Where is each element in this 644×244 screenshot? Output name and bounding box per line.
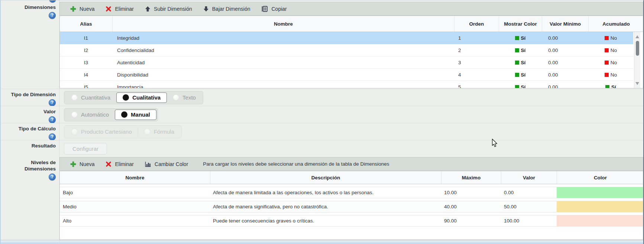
niveles-section-label: Niveles de Dimensiones ? [1,159,59,180]
red-square-icon [605,36,609,40]
dimensiones-toolbar: Nueva Eliminar Subir Dimensión Bajar Dim… [59,2,643,16]
red-square-icon [605,61,609,65]
help-icon[interactable]: ? [49,173,56,180]
table-row[interactable]: I1 Integridad 1 Sí 0.00 No [60,32,633,44]
color-swatch[interactable] [557,201,643,212]
table-row[interactable]: Alto Puede tener consecuencias graves o … [60,215,643,227]
green-square-icon [515,48,519,52]
plus-icon [70,161,76,167]
dimensiones-section-label: Dimensiones ? [1,4,59,19]
label-column-divider [59,0,59,244]
scrollbar-thumb[interactable] [636,41,639,56]
green-square-icon [605,85,609,89]
valor-row: Valor ? Automático Manual [1,106,644,123]
arrow-up-icon [145,6,151,12]
resultado-row: Resultado Configurar [1,140,644,157]
green-square-icon [515,73,519,77]
copiar-button[interactable]: Copiar [257,2,291,15]
col-header-descripcion[interactable]: Descripción [210,171,441,184]
niveles-table-header: Nombre Descripción Máximo Valor Color [59,171,643,184]
col-header-valor-minimo[interactable]: Valor Mínimo [542,16,588,32]
configurar-button: Configurar [64,143,107,154]
col-header-mostrar-color[interactable]: Mostrar Color [499,16,542,32]
help-icon[interactable]: ? [49,12,56,19]
radio-circle-icon [71,111,78,118]
section-title: Dimensiones [1,4,56,10]
radio-circle-icon [71,128,78,135]
table-row[interactable]: I2 Confidencialidad 2 Sí 0.00 No [60,44,633,56]
mouse-cursor [491,139,498,147]
valor-radio-group: Automático Manual [64,108,158,121]
delete-x-icon [106,6,111,12]
bajar-dimension-button[interactable]: Bajar Dimensión [199,2,255,15]
col-header-nombre[interactable]: Nombre [112,16,454,32]
vertical-scrollbar[interactable] [634,32,640,88]
col-header-alias[interactable]: Alias [60,16,112,32]
col-header-nombre[interactable]: Nombre [60,171,210,184]
radio-circle-icon [144,128,151,135]
tipo-dimension-radio-group: Cuantitativa Cualitativa Texto [64,91,203,104]
delete-x-icon [106,161,111,167]
help-icon[interactable] [49,0,56,3]
copy-icon [261,6,268,12]
table-row[interactable]: I3 Autenticidad 3 Sí 0.00 No [60,56,633,69]
niveles-toolbar: Nueva Eliminar Cambiar Color Para cargar… [59,157,643,171]
help-icon[interactable]: ? [49,99,56,106]
resultado-label: Resultado [1,140,59,149]
radio-circle-icon [121,111,127,118]
radio-cualitativa[interactable]: Cualitativa [116,92,167,103]
valor-label: Valor ? [1,106,59,123]
help-icon[interactable]: ? [49,133,56,140]
tipo-calculo-radio-group: Producto Cartesiano Fórmula [64,125,182,139]
tipo-dimension-row: Tipo de Dimensión ? Cuantitativa Cualita… [1,89,644,106]
nueva-button[interactable]: Nueva [66,157,99,170]
eliminar-button[interactable]: Eliminar [101,157,138,170]
green-square-icon [515,36,519,40]
color-swatch[interactable] [557,187,643,198]
radio-circle-icon [71,94,78,101]
radio-producto-cartesiano: Producto Cartesiano [65,127,138,137]
color-swatch[interactable] [557,215,643,226]
dimensiones-table-body: I1 Integridad 1 Sí 0.00 No I2 Confidenci… [59,32,643,88]
table-row[interactable]: Bajo Afecta de manera limitada a las ope… [60,187,643,198]
cambiar-color-button[interactable]: Cambiar Color [140,157,192,170]
tipo-dimension-label: Tipo de Dimensión ? [1,89,59,106]
col-header-orden[interactable]: Orden [454,16,499,32]
table-row[interactable]: I5 Importancia 5 Sí 0.00 Sí [60,81,633,88]
bottom-edge-strip [1,240,644,244]
radio-automatico[interactable]: Automático [65,110,115,120]
radio-manual[interactable]: Manual [115,110,156,120]
plus-icon [70,6,76,12]
table-row[interactable]: Medio Afecta de manera significativa, pe… [60,201,643,212]
red-square-icon [605,48,609,52]
col-header-maximo[interactable]: Máximo [441,171,501,184]
col-header-acumulado[interactable]: Acumulado [588,16,644,32]
radio-texto[interactable]: Texto [167,92,202,103]
radio-formula: Fórmula [138,127,180,137]
col-header-color[interactable]: Color [557,171,644,184]
radio-circle-icon [173,94,179,101]
niveles-table-body: Bajo Afecta de manera limitada a las ope… [59,184,643,240]
help-icon[interactable]: ? [49,116,56,123]
nueva-button[interactable]: Nueva [66,2,99,15]
niveles-info-message: Para cargar los niveles debe seleccionar… [203,161,389,167]
eliminar-button[interactable]: Eliminar [101,2,138,15]
table-row[interactable]: I4 Disponibilidad 4 Sí 0.00 No [60,69,633,81]
scroll-down-arrow-icon[interactable] [635,82,639,85]
green-square-icon [515,61,519,65]
red-square-icon [605,73,609,77]
subir-dimension-button[interactable]: Subir Dimensión [140,2,197,15]
radio-circle-icon [123,94,129,101]
green-square-icon [515,85,519,89]
dimensiones-table-header: Alias Nombre Orden Mostrar Color Valor M… [59,16,643,32]
arrow-down-icon [203,6,209,12]
bar-chart-icon [145,161,151,167]
tipo-calculo-row: Tipo de Cálculo ? Producto Cartesiano Fó… [1,123,644,140]
scroll-up-arrow-icon[interactable] [635,35,639,38]
radio-cuantitativa[interactable]: Cuantitativa [65,92,116,103]
col-header-valor[interactable]: Valor [501,171,557,184]
tipo-calculo-label: Tipo de Cálculo ? [1,123,59,140]
dimension-config-panel: Dimensiones ? Nueva Eliminar Subir Dimen… [0,0,644,244]
